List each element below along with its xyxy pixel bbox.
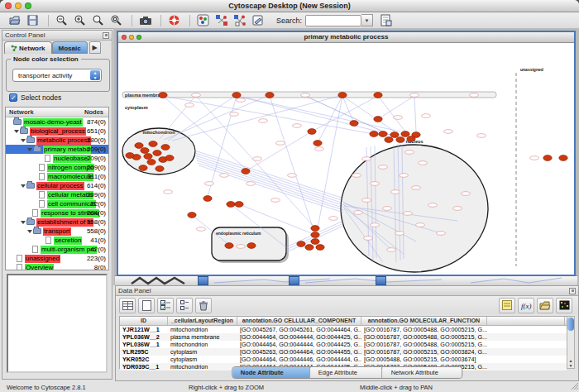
network-node[interactable]	[444, 130, 453, 134]
network-node[interactable]	[301, 93, 310, 98]
network-node[interactable]	[428, 203, 438, 208]
open-session-icon[interactable]	[7, 13, 22, 27]
network-node-selected[interactable]	[165, 155, 174, 161]
network-edge[interactable]	[164, 95, 270, 140]
network-node[interactable]	[329, 217, 338, 221]
network-node[interactable]	[237, 98, 246, 103]
network-canvas[interactable]: plasma membrane cytoplasm mitochondrion …	[118, 43, 572, 275]
new-attribute-icon[interactable]	[138, 298, 155, 313]
network-node[interactable]	[477, 134, 486, 138]
zoom-in-icon[interactable]	[72, 13, 88, 27]
network-node[interactable]	[437, 232, 446, 236]
tab-mosaic[interactable]: Mosaic	[52, 41, 88, 54]
expander-icon[interactable]	[27, 146, 33, 152]
network-node-selected[interactable]	[543, 155, 552, 161]
network-node[interactable]	[416, 223, 425, 227]
matrix-view-icon[interactable]	[556, 298, 572, 313]
network-node-selected[interactable]	[374, 117, 382, 122]
zoom-selected-icon[interactable]	[90, 13, 106, 27]
network-node[interactable]	[259, 119, 268, 123]
attribute-list-icon[interactable]	[176, 298, 193, 313]
tab-node-attribute-browser[interactable]: Node Attribute Browser	[232, 367, 310, 378]
node-color-attribute-select[interactable]: transporter activity ▲▼	[12, 69, 102, 82]
delete-attribute-icon[interactable]	[195, 298, 212, 313]
network-node-selected[interactable]	[379, 131, 387, 137]
network-node-selected[interactable]	[235, 202, 243, 208]
network-node-selected[interactable]	[350, 121, 358, 127]
table-row[interactable]: YKR052Ccytoplasm[GO:0044464, GO:0044446,…	[120, 356, 567, 363]
network-node[interactable]	[288, 174, 297, 178]
network-node-selected[interactable]	[311, 239, 319, 245]
network-node[interactable]	[394, 116, 403, 120]
network-node-selected[interactable]	[401, 131, 409, 137]
tree-row[interactable]: cellular process614(0)	[6, 181, 108, 190]
network-node[interactable]	[410, 93, 419, 98]
network-node[interactable]	[230, 112, 239, 117]
notes-icon[interactable]	[499, 298, 515, 313]
zoom-fit-icon[interactable]	[108, 13, 124, 27]
network-node-selected[interactable]	[313, 141, 322, 146]
tree-row[interactable]: cell communicat22(0)	[6, 199, 108, 208]
network-node-selected[interactable]	[126, 153, 134, 159]
float-data-panel-icon[interactable]	[569, 288, 576, 294]
tree-row[interactable]: metabolic process280(0)	[6, 136, 108, 145]
network-node-selected[interactable]	[308, 129, 316, 135]
network-node-selected[interactable]	[144, 154, 152, 160]
column-id[interactable]: ID	[120, 317, 168, 325]
expander-icon[interactable]	[21, 137, 26, 143]
network-node[interactable]	[371, 223, 380, 227]
network-node-selected[interactable]	[139, 165, 147, 171]
network-node-selected[interactable]	[390, 132, 399, 138]
layout-two-icon[interactable]	[232, 13, 247, 27]
tree-row[interactable]: nitrogen compo209(0)	[6, 163, 108, 172]
network-node[interactable]	[197, 227, 206, 232]
network-node-selected[interactable]	[338, 93, 347, 98]
expander-icon[interactable]	[21, 183, 26, 189]
tab-scroll-right-button[interactable]: ▶	[89, 41, 101, 54]
network-node[interactable]	[371, 182, 380, 186]
network-node[interactable]	[530, 156, 539, 160]
tree-row-selected[interactable]: primary metabo209(0)	[6, 145, 108, 154]
select-nodes-checkbox[interactable]: ✓	[9, 93, 17, 102]
network-node-selected[interactable]	[225, 243, 233, 249]
network-node[interactable]	[419, 161, 428, 165]
network-node[interactable]	[364, 237, 373, 241]
network-node-selected[interactable]	[297, 241, 305, 247]
network-node-selected[interactable]	[305, 245, 313, 251]
network-node[interactable]	[185, 103, 194, 108]
expander-icon[interactable]	[21, 219, 26, 225]
network-node-selected[interactable]	[311, 226, 319, 232]
search-dropdown-button[interactable]: ▼	[361, 14, 373, 26]
scrollbar-thumb[interactable]	[567, 318, 574, 331]
network-edge[interactable]	[196, 96, 315, 228]
network-node-selected[interactable]	[316, 245, 324, 251]
network-node-selected[interactable]	[311, 232, 319, 238]
network-node[interactable]	[271, 198, 280, 203]
network-node-selected[interactable]	[266, 93, 274, 98]
network-node[interactable]	[220, 174, 229, 178]
network-window-titlebar[interactable]: primary metabolic process	[118, 32, 574, 43]
vizmapper-icon[interactable]	[195, 13, 211, 27]
network-view-window[interactable]: primary metabolic process plasma membran…	[117, 31, 576, 276]
network-node-selected[interactable]	[374, 93, 382, 98]
tree-row[interactable]: secretion41(0)	[6, 236, 108, 245]
tree-row[interactable]: macromolecule311(0)	[6, 172, 108, 181]
network-node[interactable]	[276, 141, 285, 146]
network-node-selected[interactable]	[156, 166, 164, 172]
network-node[interactable]	[192, 93, 201, 98]
network-edge[interactable]	[270, 96, 315, 235]
network-node[interactable]	[383, 207, 392, 211]
network-edge[interactable]	[197, 160, 342, 208]
tab-network[interactable]: Network	[4, 41, 52, 54]
network-node[interactable]	[253, 157, 262, 161]
network-node[interactable]	[352, 174, 361, 178]
background-windows[interactable]	[115, 275, 577, 285]
network-node-selected[interactable]	[242, 169, 250, 174]
network-node-selected[interactable]	[135, 143, 143, 149]
network-node[interactable]	[412, 186, 421, 190]
network-node-selected[interactable]	[247, 243, 256, 249]
float-panel-icon[interactable]	[103, 32, 109, 39]
network-node-selected[interactable]	[370, 131, 378, 137]
network-node[interactable]	[246, 182, 256, 186]
network-edge[interactable]	[414, 96, 416, 131]
